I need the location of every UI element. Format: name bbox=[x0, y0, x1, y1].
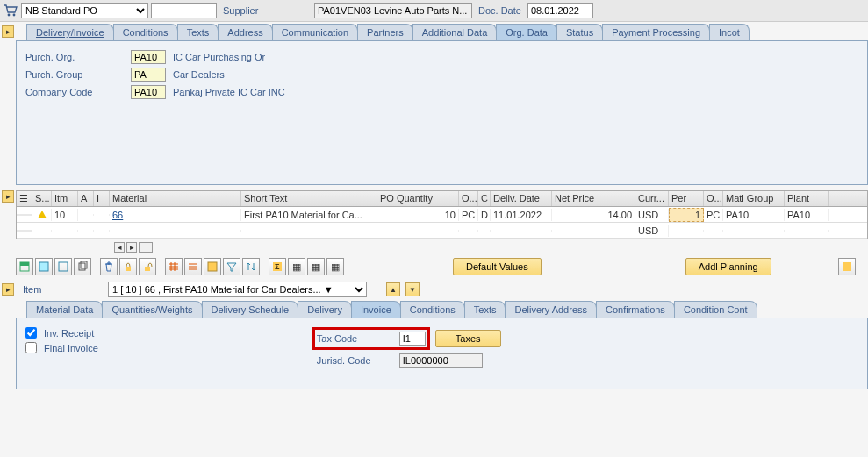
col-itm[interactable]: Itm bbox=[52, 191, 78, 206]
purch-org-field[interactable] bbox=[131, 50, 166, 64]
tab-invoice[interactable]: Invoice bbox=[351, 301, 401, 318]
item-detail-expand-button[interactable]: ▸ bbox=[2, 283, 14, 296]
copy-button[interactable] bbox=[74, 258, 91, 275]
items-expand-button[interactable]: ▸ bbox=[2, 190, 14, 203]
svg-rect-9 bbox=[145, 267, 150, 271]
col-ounit2[interactable]: O... bbox=[704, 191, 723, 206]
header-expand-button[interactable]: ▸ bbox=[2, 25, 14, 38]
col-per[interactable]: Per bbox=[669, 191, 704, 206]
col-a[interactable]: A bbox=[78, 191, 94, 206]
taxes-button[interactable]: Taxes bbox=[435, 330, 501, 347]
filter-button[interactable] bbox=[223, 258, 240, 275]
scroll-track[interactable] bbox=[139, 242, 153, 253]
inv-receipt-checkbox[interactable] bbox=[25, 327, 37, 339]
item-selector-dropdown[interactable]: 1 [ 10 ] 66 , First PA10 Material for Ca… bbox=[108, 282, 367, 297]
tab-material-data[interactable]: Material Data bbox=[26, 301, 103, 318]
detail-button[interactable] bbox=[16, 258, 33, 275]
header-tabs: Delivery/Invoice Conditions Texts Addres… bbox=[26, 24, 868, 40]
inv-receipt-label: Inv. Receipt bbox=[40, 328, 97, 339]
tab-incoterms[interactable]: Incot bbox=[709, 24, 750, 40]
grid-button-2[interactable] bbox=[184, 258, 202, 275]
col-c[interactable]: C bbox=[478, 191, 491, 206]
tab-condition-control[interactable]: Condition Cont bbox=[674, 301, 757, 318]
doc-date-field[interactable] bbox=[527, 3, 593, 18]
tab-quantities-weights[interactable]: Quantities/Weights bbox=[102, 301, 202, 318]
svg-point-0 bbox=[8, 14, 11, 17]
col-ounit[interactable]: O... bbox=[459, 191, 478, 206]
final-invoice-checkbox[interactable] bbox=[25, 342, 37, 353]
tab-org-data[interactable]: Org. Data bbox=[496, 24, 557, 40]
tab-delivery-address[interactable]: Delivery Address bbox=[505, 301, 597, 318]
col-material[interactable]: Material bbox=[110, 191, 241, 206]
delete-button[interactable] bbox=[100, 258, 118, 275]
col-net-price[interactable]: Net Price bbox=[552, 191, 635, 206]
default-values-button[interactable]: Default Values bbox=[453, 258, 542, 275]
addl-planning-button[interactable]: Addl Planning bbox=[685, 258, 771, 275]
per-cell-active[interactable]: 1 bbox=[669, 208, 704, 222]
supplier-field[interactable] bbox=[314, 3, 472, 18]
extra-button-2[interactable]: ▦ bbox=[307, 258, 325, 275]
settings-button[interactable] bbox=[838, 258, 856, 275]
col-plant[interactable]: Plant bbox=[785, 191, 829, 206]
sum-button[interactable]: Σ bbox=[269, 258, 286, 275]
grid-button-1[interactable] bbox=[165, 258, 183, 275]
col-i[interactable]: I bbox=[94, 191, 110, 206]
inv-receipt-checkbox-row[interactable]: Inv. Receipt bbox=[25, 327, 102, 339]
svg-rect-6 bbox=[79, 263, 85, 270]
svg-rect-4 bbox=[39, 262, 48, 271]
purch-org-desc: IC Car Purchasing Or bbox=[173, 52, 265, 62]
final-invoice-label: Final Invoice bbox=[40, 343, 102, 353]
jurisd-code-field[interactable] bbox=[399, 353, 483, 368]
tab-delivery-invoice[interactable]: Delivery/Invoice bbox=[26, 24, 114, 40]
tab-partners[interactable]: Partners bbox=[357, 24, 413, 40]
material-link[interactable]: 66 bbox=[112, 210, 123, 220]
tab-texts[interactable]: Texts bbox=[177, 24, 219, 40]
layout-button[interactable] bbox=[204, 258, 221, 275]
tab-conditions[interactable]: Conditions bbox=[113, 24, 178, 40]
scroll-left-button[interactable]: ◂ bbox=[114, 242, 125, 253]
deselect-button[interactable] bbox=[54, 258, 72, 275]
tab-confirmations[interactable]: Confirmations bbox=[596, 301, 675, 318]
extra-button-3[interactable]: ▦ bbox=[326, 258, 344, 275]
unlock-button[interactable] bbox=[139, 258, 156, 275]
tab-additional-data[interactable]: Additional Data bbox=[412, 24, 498, 40]
item-prev-button[interactable]: ▲ bbox=[386, 282, 400, 296]
tax-code-label: Tax Code bbox=[317, 333, 394, 344]
col-status[interactable]: S... bbox=[32, 191, 52, 206]
grid-header: ☰ S... Itm A I Material Short Text PO Qu… bbox=[17, 191, 867, 207]
tab-delivery-schedule[interactable]: Delivery Schedule bbox=[202, 301, 299, 318]
table-row[interactable]: USD bbox=[17, 223, 867, 239]
svg-rect-5 bbox=[59, 262, 68, 271]
purch-group-field[interactable] bbox=[131, 68, 166, 82]
col-short-text[interactable]: Short Text bbox=[241, 191, 377, 206]
jurisd-code-label: Jurisd. Code bbox=[317, 355, 394, 366]
col-curr[interactable]: Curr... bbox=[635, 191, 669, 206]
col-deliv-date[interactable]: Deliv. Date bbox=[491, 191, 552, 206]
col-matl-group[interactable]: Matl Group bbox=[723, 191, 785, 206]
scroll-right-button[interactable]: ▸ bbox=[126, 242, 137, 253]
tab-payment-processing[interactable]: Payment Processing bbox=[602, 24, 710, 40]
svg-rect-10 bbox=[208, 262, 217, 271]
sort-button[interactable] bbox=[242, 258, 260, 275]
item-next-button[interactable]: ▼ bbox=[405, 282, 420, 296]
tab-status[interactable]: Status bbox=[556, 24, 603, 40]
tab-item-texts[interactable]: Texts bbox=[464, 301, 506, 318]
final-invoice-checkbox-row[interactable]: Final Invoice bbox=[25, 342, 102, 353]
table-row[interactable]: 10 66 First PA10 Material for Ca... 10 P… bbox=[17, 207, 867, 223]
col-po-qty[interactable]: PO Quantity bbox=[377, 191, 459, 206]
po-type-dropdown[interactable]: NB Standard PO bbox=[21, 3, 148, 18]
company-code-field[interactable] bbox=[131, 85, 166, 99]
select-all-button[interactable] bbox=[35, 258, 53, 275]
cart-icon[interactable] bbox=[3, 3, 18, 18]
tab-communication[interactable]: Communication bbox=[272, 24, 358, 40]
tab-address[interactable]: Address bbox=[218, 24, 272, 40]
tax-code-field[interactable] bbox=[399, 332, 426, 346]
col-selector[interactable]: ☰ bbox=[17, 191, 32, 206]
extra-button-1[interactable]: ▦ bbox=[288, 258, 305, 275]
lock-button[interactable] bbox=[119, 258, 137, 275]
grid-scrollbar: ◂ ▸ bbox=[0, 239, 868, 255]
tab-item-conditions[interactable]: Conditions bbox=[400, 301, 465, 318]
po-number-input[interactable] bbox=[151, 3, 217, 18]
invoice-detail-panel: Inv. Receipt Final Invoice Tax Code Taxe… bbox=[16, 318, 868, 389]
tab-delivery[interactable]: Delivery bbox=[298, 301, 352, 318]
